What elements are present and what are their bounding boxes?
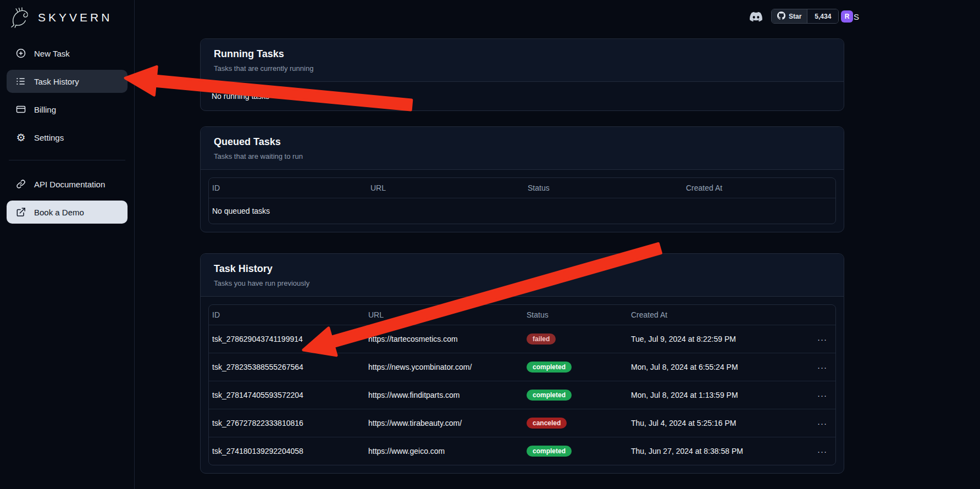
task-id-cell: tsk_276727822333810816 [209,410,365,436]
column-header-created-at: Created At [683,178,835,198]
task-id-cell: tsk_274180139292204058 [209,438,365,464]
skyvern-dragon-icon [10,12,33,23]
status-badge: canceled [527,418,567,429]
sidebar-item-label: API Documentation [34,180,105,189]
column-header-created-at: Created At [628,305,809,325]
status-badge: completed [527,362,572,373]
sidebar-item-label: Book a Demo [34,208,84,217]
credit-card-icon [15,104,26,115]
sidebar: SKYVERN New Task Task History Billing ⚙ … [0,0,135,489]
column-header-id: ID [209,178,367,198]
sidebar-item-book-a-demo[interactable]: Book a Demo [7,201,128,224]
column-header-id: ID [209,305,365,325]
row-menu-button[interactable]: ··· [814,362,830,373]
task-url-cell: https://www.finditparts.com [365,382,523,408]
row-menu-button[interactable]: ··· [814,446,830,457]
link-icon [15,179,26,190]
running-tasks-empty-state: No running tasks [201,82,844,110]
row-menu-button[interactable]: ··· [814,418,830,429]
card-title: Queued Tasks [214,136,830,148]
plus-circle-icon [15,48,26,59]
row-menu-button[interactable]: ··· [814,390,830,401]
github-star-count: 5,434 [807,9,838,23]
queued-tasks-header: Queued Tasks Tasks that are waiting to r… [201,127,844,170]
row-menu-button[interactable]: ··· [814,334,830,345]
sidebar-item-label: New Task [34,49,70,58]
running-tasks-card: Running Tasks Tasks that are currently r… [200,38,844,111]
task-url-cell: https://tartecosmetics.com [365,326,523,352]
queued-tasks-empty-state: No queued tasks [209,198,835,224]
status-badge: completed [527,390,572,401]
created-at-cell: Mon, Jul 8, 2024 at 1:13:59 PM [628,382,809,408]
column-header-status: Status [523,305,628,325]
sidebar-item-label: Billing [34,105,56,114]
gear-icon: ⚙ [15,132,26,143]
sidebar-item-billing[interactable]: Billing [7,98,128,121]
card-title: Running Tasks [214,48,830,60]
created-at-cell: Thu, Jun 27, 2024 at 8:38:58 PM [628,438,809,464]
github-star-label: Star [789,13,801,20]
table-header-row: ID URL Status Created At [209,178,835,198]
table-row[interactable]: tsk_278147405593572204 https://www.findi… [209,381,835,409]
brand-name: SKYVERN [38,11,112,24]
card-subtitle: Tasks that are waiting to run [214,152,830,160]
task-id-cell: tsk_278147405593572204 [209,382,365,408]
queued-tasks-table: ID URL Status Created At No queued tasks [208,177,836,224]
task-id-cell: tsk_278629043741199914 [209,326,365,352]
table-row[interactable]: tsk_278235388555267564 https://news.ycom… [209,353,835,381]
created-at-cell: Tue, Jul 9, 2024 at 8:22:59 PM [628,326,809,352]
card-title: Task History [214,263,830,275]
sidebar-item-label: Task History [34,77,79,86]
user-name-partial: S [854,12,859,21]
sidebar-divider [9,160,125,160]
sidebar-item-new-task[interactable]: New Task [7,42,128,65]
card-subtitle: Tasks you have run previously [214,279,830,287]
status-badge: failed [527,334,556,344]
task-history-table: ID URL Status Created At tsk_27862904374… [208,304,836,465]
sidebar-item-settings[interactable]: ⚙ Settings [7,126,128,149]
created-at-cell: Mon, Jul 8, 2024 at 6:55:24 PM [628,354,809,380]
table-row[interactable]: tsk_278629043741199914 https://tartecosm… [209,325,835,353]
task-history-card: Task History Tasks you have run previous… [200,253,844,474]
created-at-cell: Thu, Jul 4, 2024 at 5:25:16 PM [628,410,809,436]
card-subtitle: Tasks that are currently running [214,64,830,73]
github-icon [777,12,785,21]
avatar[interactable]: R [841,10,853,23]
list-icon [15,76,26,87]
table-row[interactable]: tsk_274180139292204058 https://www.geico… [209,437,835,465]
sidebar-item-api-documentation[interactable]: API Documentation [7,173,128,196]
running-tasks-header: Running Tasks Tasks that are currently r… [201,39,844,82]
status-badge: completed [527,446,572,457]
column-header-url: URL [367,178,524,198]
main-content: Running Tasks Tasks that are currently r… [200,38,844,489]
column-header-menu [809,309,835,320]
external-link-icon [15,207,26,218]
discord-icon[interactable] [749,10,763,24]
table-header-row: ID URL Status Created At [209,305,835,325]
github-star-widget[interactable]: Star 5,434 [771,9,839,24]
brand-logo[interactable]: SKYVERN [7,10,128,25]
table-row[interactable]: tsk_276727822333810816 https://www.tirab… [209,409,835,437]
task-history-header: Task History Tasks you have run previous… [201,254,844,297]
topbar: Star 5,434 R S [135,0,980,33]
task-url-cell: https://news.ycombinator.com/ [365,354,523,380]
sidebar-item-label: Settings [34,133,64,142]
column-header-status: Status [524,178,683,198]
queued-tasks-card: Queued Tasks Tasks that are waiting to r… [200,126,844,232]
table-row: No queued tasks [209,198,835,224]
task-url-cell: https://www.tirabeauty.com/ [365,410,523,436]
task-id-cell: tsk_278235388555267564 [209,354,365,380]
task-url-cell: https://www.geico.com [365,438,523,464]
column-header-url: URL [365,305,523,325]
sidebar-item-task-history[interactable]: Task History [7,70,128,93]
